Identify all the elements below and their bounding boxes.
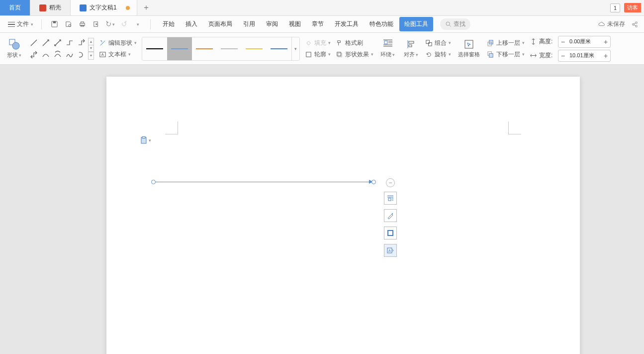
search-box[interactable]: 查找 [440, 18, 470, 30]
redo-button[interactable] [118, 19, 129, 30]
shape-group[interactable]: 形状▾ [5, 33, 23, 64]
style-3[interactable] [192, 37, 217, 60]
svg-line-8 [450, 25, 451, 27]
shape-effects-button[interactable]: 形状效果▾ [336, 50, 373, 59]
floating-shape-controls: − A [384, 178, 397, 257]
arrow-shape[interactable] [40, 37, 51, 48]
width-label: 宽度: [539, 51, 556, 60]
gallery-up[interactable]: ▴ [88, 38, 94, 45]
unsaved-indicator[interactable]: 未保存 [598, 20, 625, 28]
style-5[interactable] [242, 37, 267, 60]
svg-rect-1 [53, 21, 56, 23]
style-1[interactable] [142, 37, 167, 60]
selection-pane-button[interactable]: 选择窗格 [456, 33, 482, 64]
tab-view[interactable]: 视图 [284, 17, 306, 31]
tab-insert[interactable]: 插入 [181, 17, 202, 31]
format-painter-label: 格式刷 [345, 39, 363, 47]
elbow-arrow-shape[interactable] [76, 37, 87, 48]
tab-shell[interactable]: 稻壳 [30, 0, 71, 15]
print-preview-button[interactable] [63, 19, 74, 30]
tab-review[interactable]: 审阅 [261, 17, 283, 31]
selected-arrow-shape[interactable] [151, 180, 376, 184]
height-input[interactable] [567, 37, 601, 46]
bring-forward-button[interactable]: 上移一层▾ [487, 39, 525, 47]
tab-layout[interactable]: 页面布局 [203, 17, 237, 31]
outline-label: 轮廓 [314, 50, 326, 59]
double-arrow-shape[interactable] [52, 37, 63, 48]
align-button[interactable]: 对齐▾ [402, 33, 420, 64]
tab-start[interactable]: 开始 [158, 17, 180, 31]
new-tab-button[interactable]: ＋ [137, 0, 155, 15]
ribbon: 形状▾ ▴ ▾ ▾ 编辑形状▾ A 文本框▾ [0, 33, 644, 65]
curve-shape[interactable] [40, 49, 51, 60]
tab-developer[interactable]: 开发工具 [330, 17, 364, 31]
rotate-button[interactable]: 旋转▾ [425, 50, 451, 59]
wrap-button[interactable]: 环绕▾ [378, 33, 397, 64]
paste-options-button[interactable]: ▾ [140, 136, 151, 144]
share-button[interactable] [631, 21, 638, 28]
elbow-double-shape[interactable] [28, 49, 39, 60]
print-button[interactable] [77, 19, 88, 30]
width-decrease[interactable]: − [558, 50, 567, 61]
canvas-area[interactable]: ▾ − A [0, 65, 644, 354]
resize-handle-right[interactable] [371, 180, 376, 184]
group-label: 组合 [435, 39, 447, 47]
text-box-button[interactable]: A 文本框▾ [99, 50, 137, 59]
style-gallery-more[interactable]: ▾ [291, 37, 299, 60]
shape-outline-button[interactable] [384, 227, 397, 239]
clipboard-icon [140, 136, 147, 144]
outline-button[interactable]: 轮廓▾ [305, 50, 331, 59]
edit-shape-button[interactable]: 编辑形状▾ [99, 39, 137, 47]
style-4[interactable] [217, 37, 242, 60]
shape-text-button[interactable]: A [384, 244, 397, 257]
shape-fill-button[interactable] [384, 209, 397, 222]
svg-rect-39 [489, 53, 493, 57]
s-curve-shape[interactable] [76, 49, 87, 60]
tab-document[interactable]: 文字文稿1 [71, 0, 137, 15]
page-count-badge[interactable]: 1 [610, 3, 620, 12]
style-6[interactable] [267, 37, 291, 60]
undo-button[interactable]: ▾ [104, 19, 115, 30]
file-menu-label: 文件 [17, 20, 29, 28]
resize-handle-left[interactable] [151, 180, 156, 184]
bring-forward-label: 上移一层 [496, 39, 520, 47]
cloud-icon [598, 21, 605, 28]
visitor-badge[interactable]: 访客 [624, 3, 641, 12]
chevron-down-icon: ▾ [31, 22, 33, 27]
save-button[interactable] [49, 19, 60, 30]
line-body [154, 182, 373, 182]
chevron-down-icon: ▾ [149, 138, 151, 143]
freeform-shape[interactable] [64, 49, 75, 60]
fill-button[interactable]: 填充▾ [305, 39, 331, 47]
height-decrease[interactable]: − [558, 36, 567, 47]
qat-more-button[interactable]: ▾ [132, 19, 143, 30]
gallery-down[interactable]: ▾ [88, 45, 94, 52]
svg-text:A: A [388, 249, 391, 252]
width-input[interactable] [567, 51, 601, 60]
style-2[interactable] [167, 37, 192, 60]
export-button[interactable] [91, 19, 101, 30]
curve-arrow-shape[interactable] [52, 49, 63, 60]
height-icon [530, 38, 537, 45]
format-painter-button[interactable]: 格式刷 [336, 39, 373, 47]
tab-special[interactable]: 特色功能 [365, 17, 398, 31]
gallery-more[interactable]: ▾ [88, 52, 94, 60]
height-increase[interactable]: + [601, 36, 610, 47]
send-backward-button[interactable]: 下移一层▾ [487, 50, 525, 59]
search-placeholder: 查找 [454, 20, 465, 28]
width-increase[interactable]: + [601, 50, 610, 61]
svg-point-15 [12, 42, 19, 49]
line-shape[interactable] [28, 37, 39, 48]
layout-options-toggle[interactable]: − [386, 178, 395, 187]
elbow-shape[interactable] [64, 37, 75, 48]
tab-chapter[interactable]: 章节 [307, 17, 329, 31]
tab-home[interactable]: 首页 [0, 0, 30, 15]
tab-drawing-tools[interactable]: 绘图工具 [399, 17, 433, 31]
document-page[interactable]: ▾ − A [106, 77, 580, 354]
file-menu[interactable]: 文件 ▾ [4, 18, 37, 30]
svg-point-47 [392, 213, 393, 214]
group-button[interactable]: 组合▾ [425, 39, 451, 47]
layout-wrap-button[interactable] [384, 192, 397, 205]
svg-rect-35 [465, 40, 473, 48]
tab-references[interactable]: 引用 [238, 17, 260, 31]
